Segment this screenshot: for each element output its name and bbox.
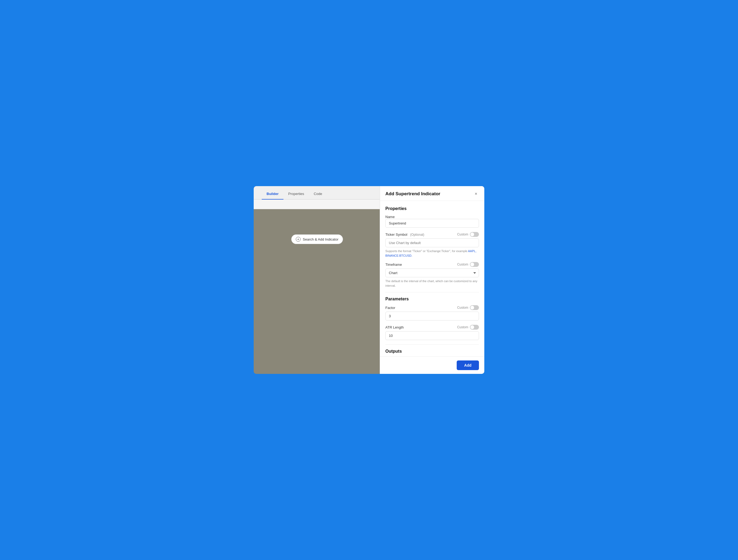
timeframe-field-row: Timeframe Custom xyxy=(385,262,479,267)
atr-length-custom-label: Custom xyxy=(457,325,468,329)
main-area: + Search & Add Indicator Add Supertrend … xyxy=(254,209,484,374)
modal-footer: Add xyxy=(380,356,484,374)
ticker-help-text: Supports the format "Ticker" or "Exchang… xyxy=(385,249,479,258)
factor-custom-label: Custom xyxy=(457,306,468,309)
add-indicator-modal: Add Supertrend Indicator × Properties Na… xyxy=(380,186,484,374)
atr-length-input[interactable] xyxy=(385,331,479,340)
name-input[interactable] xyxy=(385,219,479,228)
factor-custom-toggle[interactable] xyxy=(470,305,479,310)
modal-close-button[interactable]: × xyxy=(473,191,479,197)
modal-header: Add Supertrend Indicator × xyxy=(380,186,484,201)
main-window: Builder Properties Code + ⋯ + Search & A… xyxy=(254,186,484,374)
atr-length-custom-row: Custom xyxy=(457,325,479,330)
atr-length-field-group: ATR Length Custom xyxy=(385,325,479,340)
timeframe-custom-toggle[interactable] xyxy=(470,262,479,267)
ticker-label: Ticker Symbol xyxy=(385,233,407,237)
factor-field-group: Factor Custom xyxy=(385,305,479,320)
ticker-input[interactable] xyxy=(385,238,479,247)
ticker-field-row: Ticker Symbol (Optional) Custom xyxy=(385,232,479,237)
atr-length-label: ATR Length xyxy=(385,325,404,329)
modal-title: Add Supertrend Indicator xyxy=(385,191,440,197)
ticker-optional-label: (Optional) xyxy=(410,233,424,237)
timeframe-custom-row: Custom xyxy=(457,262,479,267)
outputs-section: Outputs Supertrend Direction i Buy Signa… xyxy=(385,349,479,356)
atr-length-field-row: ATR Length Custom xyxy=(385,325,479,330)
ticker-label-row: Ticker Symbol (Optional) xyxy=(385,232,424,237)
properties-section-title: Properties xyxy=(385,206,479,211)
timeframe-label: Timeframe xyxy=(385,263,402,267)
ticker-help-link: AAPL, BINANCE:BTCUSD. xyxy=(385,249,476,257)
factor-input[interactable] xyxy=(385,312,479,320)
factor-field-row: Factor Custom xyxy=(385,305,479,310)
divider-2 xyxy=(385,344,479,345)
properties-section: Properties Name Ticker Symbol (Optio xyxy=(385,206,479,288)
name-field-group: Name xyxy=(385,215,479,228)
factor-label: Factor xyxy=(385,306,395,310)
ticker-custom-row: Custom xyxy=(457,232,479,237)
outputs-section-title: Outputs xyxy=(385,349,479,354)
ticker-custom-toggle[interactable] xyxy=(470,232,479,237)
timeframe-select[interactable]: Chart 1 minute 5 minutes 1 hour 1 day xyxy=(385,268,479,277)
modal-body: Properties Name Ticker Symbol (Optio xyxy=(380,201,484,356)
atr-length-custom-toggle[interactable] xyxy=(470,325,479,330)
ticker-custom-label: Custom xyxy=(457,233,468,236)
factor-custom-row: Custom xyxy=(457,305,479,310)
timeframe-field-group: Timeframe Custom Chart 1 minute 5 minute… xyxy=(385,262,479,288)
timeframe-custom-label: Custom xyxy=(457,263,468,266)
timeframe-help-text: The default is the interval of the chart… xyxy=(385,279,479,288)
add-button[interactable]: Add xyxy=(457,360,479,370)
name-label: Name xyxy=(385,215,479,219)
modal-overlay: Add Supertrend Indicator × Properties Na… xyxy=(254,186,484,374)
parameters-section-title: Parameters xyxy=(385,297,479,301)
divider-1 xyxy=(385,292,479,292)
ticker-field-group: Ticker Symbol (Optional) Custom S xyxy=(385,232,479,258)
parameters-section: Parameters Factor Custom xyxy=(385,297,479,340)
